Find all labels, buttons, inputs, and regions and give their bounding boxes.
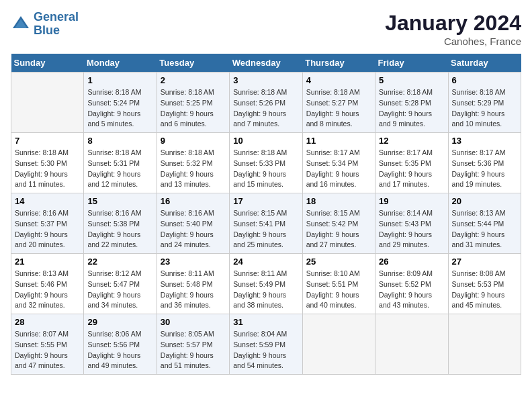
logo-text: General Blue [34,11,79,38]
cell-info: Sunrise: 8:17 AMSunset: 5:34 PMDaylight:… [306,148,371,190]
day-number: 10 [233,136,298,146]
day-number: 20 [452,196,517,206]
cell-info: Sunrise: 8:10 AMSunset: 5:51 PMDaylight:… [306,269,371,311]
cell-info: Sunrise: 8:18 AMSunset: 5:29 PMDaylight:… [452,87,517,130]
cell-w3-d3: 16Sunrise: 8:16 AMSunset: 5:40 PMDayligh… [157,193,229,254]
cell-info: Sunrise: 8:18 AMSunset: 5:27 PMDaylight:… [306,87,371,130]
cell-w2-d5: 11Sunrise: 8:17 AMSunset: 5:34 PMDayligh… [302,133,375,193]
cell-info: Sunrise: 8:18 AMSunset: 5:24 PMDaylight:… [87,87,152,130]
cell-info: Sunrise: 8:11 AMSunset: 5:49 PMDaylight:… [233,269,298,311]
cell-info: Sunrise: 8:15 AMSunset: 5:42 PMDaylight:… [306,208,371,250]
day-number: 21 [15,257,80,267]
day-number: 5 [379,75,444,85]
day-number: 12 [379,136,444,146]
cell-w1-d7: 6Sunrise: 8:18 AMSunset: 5:29 PMDaylight… [448,73,521,133]
cell-w2-d4: 10Sunrise: 8:18 AMSunset: 5:33 PMDayligh… [230,133,302,193]
cell-w3-d4: 17Sunrise: 8:15 AMSunset: 5:41 PMDayligh… [230,193,302,254]
cell-w3-d6: 19Sunrise: 8:14 AMSunset: 5:43 PMDayligh… [375,193,448,254]
cell-info: Sunrise: 8:18 AMSunset: 5:31 PMDaylight:… [87,148,152,190]
day-number: 18 [306,196,371,206]
cell-info: Sunrise: 8:17 AMSunset: 5:36 PMDaylight:… [452,148,517,190]
title-block: January 2024 Canohes, France [385,11,521,47]
cell-info: Sunrise: 8:16 AMSunset: 5:37 PMDaylight:… [15,208,80,250]
calendar-body: 1Sunrise: 8:18 AMSunset: 5:24 PMDaylight… [11,73,521,375]
cell-info: Sunrise: 8:09 AMSunset: 5:52 PMDaylight:… [379,269,444,311]
day-number: 29 [87,317,152,327]
cell-w3-d2: 15Sunrise: 8:16 AMSunset: 5:38 PMDayligh… [84,193,157,254]
col-wednesday: Wednesday [230,54,302,73]
col-thursday: Thursday [302,54,375,73]
cell-info: Sunrise: 8:05 AMSunset: 5:57 PMDaylight:… [161,329,226,371]
day-number: 8 [87,136,152,146]
cell-info: Sunrise: 8:18 AMSunset: 5:26 PMDaylight:… [233,87,298,130]
cell-w4-d1: 21Sunrise: 8:13 AMSunset: 5:46 PMDayligh… [11,254,84,314]
day-number: 27 [452,257,517,267]
cell-info: Sunrise: 8:13 AMSunset: 5:46 PMDaylight:… [15,269,80,311]
cell-w4-d2: 22Sunrise: 8:12 AMSunset: 5:47 PMDayligh… [84,254,157,314]
cell-info: Sunrise: 8:17 AMSunset: 5:35 PMDaylight:… [379,148,444,190]
cell-info: Sunrise: 8:11 AMSunset: 5:48 PMDaylight:… [161,269,226,311]
calendar-table: Sunday Monday Tuesday Wednesday Thursday… [11,54,521,375]
logo-icon [11,14,31,34]
logo-line2: Blue [34,24,60,37]
day-number: 6 [452,75,517,85]
col-sunday: Sunday [11,54,84,73]
cell-w5-d5 [302,314,375,375]
cell-info: Sunrise: 8:18 AMSunset: 5:30 PMDaylight:… [15,148,80,190]
day-number: 30 [161,317,226,327]
cell-w4-d6: 26Sunrise: 8:09 AMSunset: 5:52 PMDayligh… [375,254,448,314]
cell-w1-d5: 4Sunrise: 8:18 AMSunset: 5:27 PMDaylight… [302,73,375,133]
cell-w4-d5: 25Sunrise: 8:10 AMSunset: 5:51 PMDayligh… [302,254,375,314]
cell-info: Sunrise: 8:18 AMSunset: 5:33 PMDaylight:… [233,148,298,190]
day-number: 9 [161,136,226,146]
calendar-header: Sunday Monday Tuesday Wednesday Thursday… [11,54,521,73]
week-row-5: 28Sunrise: 8:07 AMSunset: 5:55 PMDayligh… [11,314,521,375]
cell-w5-d2: 29Sunrise: 8:06 AMSunset: 5:56 PMDayligh… [84,314,157,375]
cell-w5-d1: 28Sunrise: 8:07 AMSunset: 5:55 PMDayligh… [11,314,84,375]
cell-w3-d1: 14Sunrise: 8:16 AMSunset: 5:37 PMDayligh… [11,193,84,254]
cell-info: Sunrise: 8:08 AMSunset: 5:53 PMDaylight:… [452,269,517,311]
cell-w2-d3: 9Sunrise: 8:18 AMSunset: 5:32 PMDaylight… [157,133,229,193]
day-number: 4 [306,75,371,85]
day-number: 11 [306,136,371,146]
week-row-4: 21Sunrise: 8:13 AMSunset: 5:46 PMDayligh… [11,254,521,314]
cell-w5-d7 [448,314,521,375]
day-number: 26 [379,257,444,267]
day-number: 31 [233,317,298,327]
cell-w4-d4: 24Sunrise: 8:11 AMSunset: 5:49 PMDayligh… [230,254,302,314]
cell-w3-d5: 18Sunrise: 8:15 AMSunset: 5:42 PMDayligh… [302,193,375,254]
logo: General Blue [11,11,79,38]
cell-w1-d1 [11,73,84,133]
col-monday: Monday [84,54,157,73]
header-row: Sunday Monday Tuesday Wednesday Thursday… [11,54,521,73]
day-number: 22 [87,257,152,267]
cell-w2-d6: 12Sunrise: 8:17 AMSunset: 5:35 PMDayligh… [375,133,448,193]
cell-info: Sunrise: 8:16 AMSunset: 5:38 PMDaylight:… [87,208,152,250]
day-number: 13 [452,136,517,146]
week-row-1: 1Sunrise: 8:18 AMSunset: 5:24 PMDaylight… [11,73,521,133]
day-number: 19 [379,196,444,206]
month-title: January 2024 [385,11,521,36]
cell-w5-d4: 31Sunrise: 8:04 AMSunset: 5:59 PMDayligh… [230,314,302,375]
day-number: 17 [233,196,298,206]
col-saturday: Saturday [448,54,521,73]
cell-w5-d6 [375,314,448,375]
col-friday: Friday [375,54,448,73]
day-number: 23 [161,257,226,267]
cell-w2-d1: 7Sunrise: 8:18 AMSunset: 5:30 PMDaylight… [11,133,84,193]
cell-info: Sunrise: 8:12 AMSunset: 5:47 PMDaylight:… [87,269,152,311]
day-number: 16 [161,196,226,206]
day-number: 1 [87,75,152,85]
cell-w3-d7: 20Sunrise: 8:13 AMSunset: 5:44 PMDayligh… [448,193,521,254]
subtitle: Canohes, France [385,36,521,47]
cell-w4-d3: 23Sunrise: 8:11 AMSunset: 5:48 PMDayligh… [157,254,229,314]
cell-w2-d7: 13Sunrise: 8:17 AMSunset: 5:36 PMDayligh… [448,133,521,193]
cell-info: Sunrise: 8:06 AMSunset: 5:56 PMDaylight:… [87,329,152,371]
col-tuesday: Tuesday [157,54,229,73]
week-row-3: 14Sunrise: 8:16 AMSunset: 5:37 PMDayligh… [11,193,521,254]
page-header: General Blue January 2024 Canohes, Franc… [11,11,521,47]
cell-w1-d4: 3Sunrise: 8:18 AMSunset: 5:26 PMDaylight… [230,73,302,133]
day-number: 14 [15,196,80,206]
day-number: 3 [233,75,298,85]
cell-w1-d2: 1Sunrise: 8:18 AMSunset: 5:24 PMDaylight… [84,73,157,133]
